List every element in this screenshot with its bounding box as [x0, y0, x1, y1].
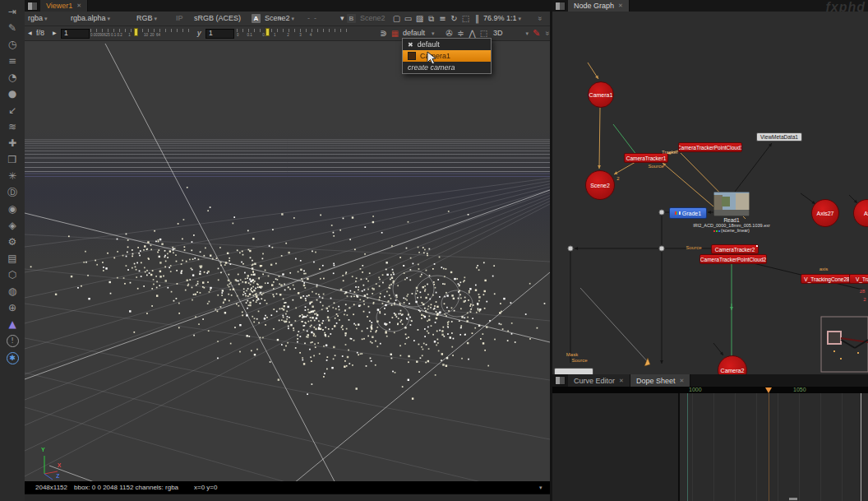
toolbar-overflow-icon[interactable]: » [538, 12, 542, 26]
panel-grip-icon[interactable] [555, 376, 566, 385]
headlamp-icon[interactable]: ⋑ [378, 26, 389, 40]
node-axis27[interactable]: Axis27 [811, 199, 839, 227]
node-scene2[interactable]: Scene2 [585, 170, 615, 200]
close-icon[interactable]: ✕ [618, 2, 623, 9]
input-b-select[interactable]: Scene2 [360, 12, 386, 26]
gamma-slider-labels: 0 0.1 0.5 1 2 3 4 [237, 33, 347, 37]
node-graph-canvas[interactable]: Camera1Scene2CameraTracker1CameraTracker… [552, 12, 868, 374]
node-bottom-clipped[interactable] [554, 368, 593, 374]
menu-item-camera1[interactable]: Camera1 [403, 50, 491, 62]
close-icon[interactable]: ✕ [619, 378, 624, 384]
threed-icon[interactable]: ❒ [4, 151, 21, 168]
layer-select[interactable]: rgba.alpha▾ [71, 12, 110, 26]
keyer-icon[interactable]: ↙ [4, 102, 21, 118]
proxy-rect-icon[interactable]: ▭ [403, 12, 413, 26]
tab-curve-editor[interactable]: Curve Editor ✕ [568, 374, 630, 387]
dope-sheet-hierarchy[interactable] [552, 393, 680, 501]
menu-item-create-camera[interactable]: create camera [403, 62, 491, 73]
read-node-label: Read1 [666, 217, 797, 223]
viewer-3d-viewport[interactable]: Y X Z [25, 41, 550, 481]
axis-gizmo: Y X Z [36, 446, 72, 481]
frame-guides-icon[interactable]: ⬚ [460, 12, 471, 26]
snowflake-plugin-icon[interactable]: ▲ [4, 316, 21, 332]
wipe-icon[interactable]: ▨ [414, 12, 425, 26]
views-icon[interactable]: ◉ [4, 201, 21, 217]
node-cameratrackerpointcloud1[interactable]: CameraTrackerPointCloud1 [678, 142, 742, 152]
node-camera1[interactable]: Camera1 [588, 81, 614, 108]
graph-float-label: Source [686, 245, 701, 250]
gain-input[interactable] [61, 29, 90, 39]
node-cameratrackerpointcloud2[interactable]: CameraTrackerPointCloud2 [699, 254, 767, 264]
pause-icon[interactable]: ‖ [472, 12, 482, 26]
viewer-statusbar: 2048x1152 bbox: 0 0 2048 1152 channels: … [25, 481, 550, 494]
node-v-trackingcone-offscreen[interactable]: V_Track [849, 274, 868, 284]
stack-icon[interactable]: ⧉ [426, 12, 436, 26]
grade-color-strip-icon [675, 211, 681, 215]
furnace-icon[interactable]: ◍ [4, 283, 21, 299]
draw-icon[interactable]: ✎ [4, 20, 21, 36]
node-label: Axis27 [816, 211, 833, 216]
tab-viewer1[interactable]: Viewer1 ✕ [40, 0, 88, 12]
timeline-header[interactable]: 1000 1050 [552, 387, 868, 393]
prev-frame-icon[interactable]: ◀ [28, 26, 32, 40]
view-mode-select[interactable]: 3D▾ [493, 26, 529, 40]
viewer-canvas[interactable] [25, 41, 550, 481]
graph-float-label: 2 [616, 176, 619, 181]
gamma-slider[interactable]: 0 0.1 0.5 1 2 3 4 [237, 28, 347, 39]
bbox-label: bbox: 0 0 2048 1152 channels: rgba [74, 481, 178, 494]
playhead-icon[interactable] [765, 387, 772, 393]
panel-grip-icon[interactable] [27, 2, 38, 11]
dock-icon[interactable]: ⇥ [4, 3, 21, 20]
input-a-chip[interactable]: A [252, 14, 261, 23]
particles-icon[interactable]: ✳ [4, 168, 21, 184]
tab-node-graph[interactable]: Node Graph ✕ [568, 0, 630, 12]
settings-icon[interactable]: ✱ [7, 352, 19, 364]
toolsets-icon[interactable]: ⚙ [4, 234, 21, 250]
proxy-ratio-select[interactable]: 1:1▾ [506, 12, 521, 26]
zoom-level-select[interactable]: 76.9% [483, 12, 505, 26]
panel-grip-icon[interactable] [555, 2, 566, 11]
gain-slider-handle[interactable] [134, 28, 138, 36]
close-icon[interactable]: ✕ [679, 378, 684, 384]
gain-slider[interactable]: 0.00390625 0.1 0.2 1 2 10 20 64 [90, 28, 191, 39]
viewer-window-icon[interactable]: ▢ [391, 12, 402, 26]
layer-stack-icon[interactable]: ≡ [437, 12, 448, 26]
display-channel-select[interactable]: RGB▾ [136, 12, 157, 26]
alert-icon[interactable]: ! [7, 335, 19, 347]
input-b-chip[interactable]: B [347, 14, 356, 23]
close-icon[interactable]: ✕ [76, 2, 81, 9]
fstop-label[interactable]: f/8 [36, 26, 44, 40]
other-icon[interactable]: ▤ [4, 250, 21, 267]
color-icon[interactable]: ◔ [4, 69, 21, 86]
filter-icon[interactable]: ● [4, 86, 21, 102]
gamma-input[interactable] [205, 29, 234, 39]
timeline-start-line [687, 393, 688, 501]
merge-icon[interactable]: ≋ [4, 118, 21, 135]
si-plugin-icon[interactable]: ⬡ [4, 267, 21, 283]
node-v-trackingcone28[interactable]: V_TrackingCone28 [801, 274, 853, 284]
roi-icon[interactable]: ▦ [390, 26, 400, 40]
globe-icon[interactable]: ⊕ [4, 299, 21, 316]
metadata-icon[interactable]: ◈ [4, 217, 21, 234]
node-cameratracker2[interactable]: CameraTracker2 [711, 244, 759, 254]
tab-dope-sheet[interactable]: Dope Sheet ✕ [630, 374, 690, 387]
channels-select[interactable]: rgba▾ [28, 12, 48, 26]
input-process-toggle[interactable]: IP [176, 12, 183, 26]
node-read1[interactable]: Read1IRI2_ACD_0000_18mm_005.1039.exr(sce… [713, 192, 750, 220]
timeline-scroll-nub[interactable] [789, 498, 797, 500]
dope-sheet-tabbar: Curve Editor ✕ Dope Sheet ✕ [552, 374, 868, 387]
node-viewmetadata1[interactable]: ViewMetaData1 [756, 132, 802, 141]
deep-icon[interactable]: Ⓓ [4, 184, 21, 201]
toolbar-overflow-icon[interactable]: » [545, 26, 549, 40]
time-icon[interactable]: ◷ [4, 36, 21, 53]
dope-sheet-timeline[interactable] [678, 393, 868, 501]
input-a-select[interactable]: Scene2▾ [265, 12, 294, 26]
channel-icon[interactable]: ≡ [4, 53, 21, 69]
statusbar-menu-icon[interactable]: ▾ [539, 481, 542, 494]
gamma-slider-handle[interactable] [265, 28, 270, 36]
refresh-icon[interactable]: ↻ [449, 12, 459, 26]
next-frame-icon[interactable]: ▶ [53, 26, 57, 40]
graph-float-label: 28 [860, 289, 866, 294]
transform-icon[interactable]: ✚ [4, 135, 21, 151]
menu-item-default[interactable]: ✖ default [403, 39, 491, 50]
